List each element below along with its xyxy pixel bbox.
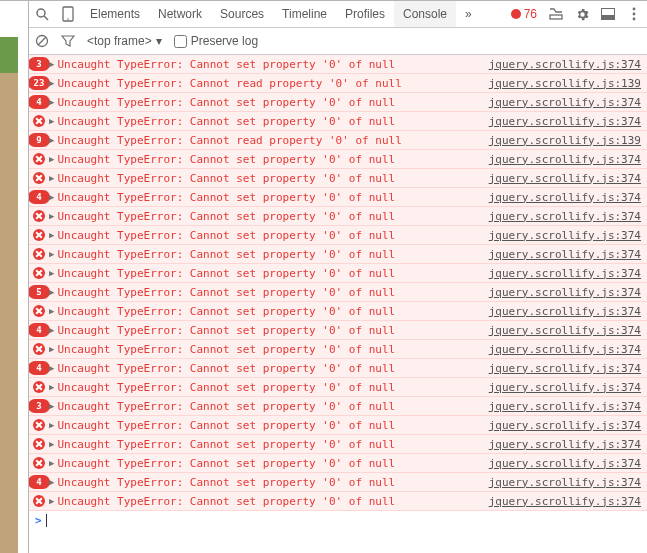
console-error-row[interactable]: 4▶Uncaught TypeError: Cannot set propert…	[29, 188, 647, 207]
disclosure-triangle-icon[interactable]: ▶	[49, 78, 54, 88]
error-counter[interactable]: 76	[505, 7, 543, 21]
disclosure-triangle-icon[interactable]: ▶	[49, 420, 54, 430]
console-error-row[interactable]: ▶Uncaught TypeError: Cannot set property…	[29, 112, 647, 131]
console-error-row[interactable]: 9▶Uncaught TypeError: Cannot read proper…	[29, 131, 647, 150]
error-source-link[interactable]: jquery.scrollify.js:374	[489, 210, 643, 223]
disclosure-triangle-icon[interactable]: ▶	[49, 306, 54, 316]
error-source-link[interactable]: jquery.scrollify.js:374	[489, 419, 643, 432]
disclosure-triangle-icon[interactable]: ▶	[49, 477, 54, 487]
repeat-count-badge: 23	[29, 76, 50, 90]
disclosure-triangle-icon[interactable]: ▶	[49, 268, 54, 278]
frame-selector[interactable]: <top frame> ▾	[81, 34, 168, 48]
disclosure-triangle-icon[interactable]: ▶	[49, 249, 54, 259]
console-error-row[interactable]: ▶Uncaught TypeError: Cannot set property…	[29, 492, 647, 511]
tab-elements[interactable]: Elements	[81, 1, 149, 27]
preserve-log-checkbox[interactable]: Preserve log	[168, 34, 258, 48]
disclosure-triangle-icon[interactable]: ▶	[49, 59, 54, 69]
console-error-row[interactable]: ▶Uncaught TypeError: Cannot set property…	[29, 302, 647, 321]
disclosure-triangle-icon[interactable]: ▶	[49, 211, 54, 221]
inspect-icon[interactable]	[29, 1, 55, 27]
console-error-row[interactable]: 23▶Uncaught TypeError: Cannot read prope…	[29, 74, 647, 93]
console-error-row[interactable]: ▶Uncaught TypeError: Cannot set property…	[29, 416, 647, 435]
dock-icon[interactable]	[595, 1, 621, 27]
error-source-link[interactable]: jquery.scrollify.js:374	[489, 305, 643, 318]
filter-icon[interactable]	[55, 28, 81, 54]
disclosure-triangle-icon[interactable]: ▶	[49, 230, 54, 240]
error-source-link[interactable]: jquery.scrollify.js:374	[489, 191, 643, 204]
tab-console[interactable]: Console	[394, 1, 456, 27]
error-source-link[interactable]: jquery.scrollify.js:374	[489, 495, 643, 508]
error-source-link[interactable]: jquery.scrollify.js:374	[489, 286, 643, 299]
row-icon	[31, 248, 47, 260]
error-source-link[interactable]: jquery.scrollify.js:374	[489, 457, 643, 470]
disclosure-triangle-icon[interactable]: ▶	[49, 439, 54, 449]
disclosure-triangle-icon[interactable]: ▶	[49, 401, 54, 411]
disclosure-triangle-icon[interactable]: ▶	[49, 287, 54, 297]
console-error-row[interactable]: 4▶Uncaught TypeError: Cannot set propert…	[29, 321, 647, 340]
disclosure-triangle-icon[interactable]: ▶	[49, 496, 54, 506]
tab-network[interactable]: Network	[149, 1, 211, 27]
tab-profiles[interactable]: Profiles	[336, 1, 394, 27]
console-error-row[interactable]: ▶Uncaught TypeError: Cannot set property…	[29, 245, 647, 264]
preserve-log-input[interactable]	[174, 35, 187, 48]
disclosure-triangle-icon[interactable]: ▶	[49, 382, 54, 392]
disclosure-triangle-icon[interactable]: ▶	[49, 154, 54, 164]
error-source-link[interactable]: jquery.scrollify.js:374	[489, 267, 643, 280]
console-error-row[interactable]: 4▶Uncaught TypeError: Cannot set propert…	[29, 473, 647, 492]
disclosure-triangle-icon[interactable]: ▶	[49, 173, 54, 183]
error-source-link[interactable]: jquery.scrollify.js:374	[489, 229, 643, 242]
console-error-row[interactable]: 4▶Uncaught TypeError: Cannot set propert…	[29, 93, 647, 112]
disclosure-triangle-icon[interactable]: ▶	[49, 97, 54, 107]
tab-sources[interactable]: Sources	[211, 1, 273, 27]
disclosure-triangle-icon[interactable]: ▶	[49, 116, 54, 126]
console-error-row[interactable]: ▶Uncaught TypeError: Cannot set property…	[29, 340, 647, 359]
more-tabs-button[interactable]: »	[456, 1, 481, 27]
error-source-link[interactable]: jquery.scrollify.js:374	[489, 362, 643, 375]
error-source-link[interactable]: jquery.scrollify.js:139	[489, 77, 643, 90]
disclosure-triangle-icon[interactable]: ▶	[49, 363, 54, 373]
error-source-link[interactable]: jquery.scrollify.js:139	[489, 134, 643, 147]
device-icon[interactable]	[55, 1, 81, 27]
console-error-row[interactable]: ▶Uncaught TypeError: Cannot set property…	[29, 207, 647, 226]
error-source-link[interactable]: jquery.scrollify.js:374	[489, 172, 643, 185]
console-error-row[interactable]: ▶Uncaught TypeError: Cannot set property…	[29, 454, 647, 473]
console-error-row[interactable]: ▶Uncaught TypeError: Cannot set property…	[29, 169, 647, 188]
error-source-link[interactable]: jquery.scrollify.js:374	[489, 400, 643, 413]
error-source-link[interactable]: jquery.scrollify.js:374	[489, 324, 643, 337]
error-x-icon	[33, 343, 45, 355]
show-drawer-icon[interactable]	[543, 1, 569, 27]
error-source-link[interactable]: jquery.scrollify.js:374	[489, 476, 643, 489]
disclosure-triangle-icon[interactable]: ▶	[49, 135, 54, 145]
disclosure-triangle-icon[interactable]: ▶	[49, 344, 54, 354]
error-source-link[interactable]: jquery.scrollify.js:374	[489, 381, 643, 394]
disclosure-triangle-icon[interactable]: ▶	[49, 192, 54, 202]
console-error-row[interactable]: ▶Uncaught TypeError: Cannot set property…	[29, 150, 647, 169]
error-source-link[interactable]: jquery.scrollify.js:374	[489, 153, 643, 166]
console-error-row[interactable]: ▶Uncaught TypeError: Cannot set property…	[29, 226, 647, 245]
error-x-icon	[33, 172, 45, 184]
console-prompt[interactable]: >	[29, 511, 647, 529]
console-error-row[interactable]: 3▶Uncaught TypeError: Cannot set propert…	[29, 397, 647, 416]
error-source-link[interactable]: jquery.scrollify.js:374	[489, 96, 643, 109]
settings-gear-icon[interactable]	[569, 1, 595, 27]
error-message: Uncaught TypeError: Cannot set property …	[57, 324, 488, 337]
console-error-row[interactable]: 3▶Uncaught TypeError: Cannot set propert…	[29, 55, 647, 74]
kebab-menu-icon[interactable]	[621, 1, 647, 27]
disclosure-triangle-icon[interactable]: ▶	[49, 325, 54, 335]
error-source-link[interactable]: jquery.scrollify.js:374	[489, 438, 643, 451]
svg-point-7	[633, 8, 636, 11]
error-source-link[interactable]: jquery.scrollify.js:374	[489, 248, 643, 261]
error-source-link[interactable]: jquery.scrollify.js:374	[489, 343, 643, 356]
disclosure-triangle-icon[interactable]: ▶	[49, 458, 54, 468]
error-source-link[interactable]: jquery.scrollify.js:374	[489, 58, 643, 71]
clear-console-icon[interactable]	[29, 28, 55, 54]
tab-timeline[interactable]: Timeline	[273, 1, 336, 27]
console-error-row[interactable]: 4▶Uncaught TypeError: Cannot set propert…	[29, 359, 647, 378]
error-source-link[interactable]: jquery.scrollify.js:374	[489, 115, 643, 128]
console-error-row[interactable]: 5▶Uncaught TypeError: Cannot set propert…	[29, 283, 647, 302]
console-error-row[interactable]: ▶Uncaught TypeError: Cannot set property…	[29, 264, 647, 283]
row-icon	[31, 457, 47, 469]
console-error-row[interactable]: ▶Uncaught TypeError: Cannot set property…	[29, 435, 647, 454]
console-error-row[interactable]: ▶Uncaught TypeError: Cannot set property…	[29, 378, 647, 397]
console-log[interactable]: 3▶Uncaught TypeError: Cannot set propert…	[29, 55, 647, 553]
